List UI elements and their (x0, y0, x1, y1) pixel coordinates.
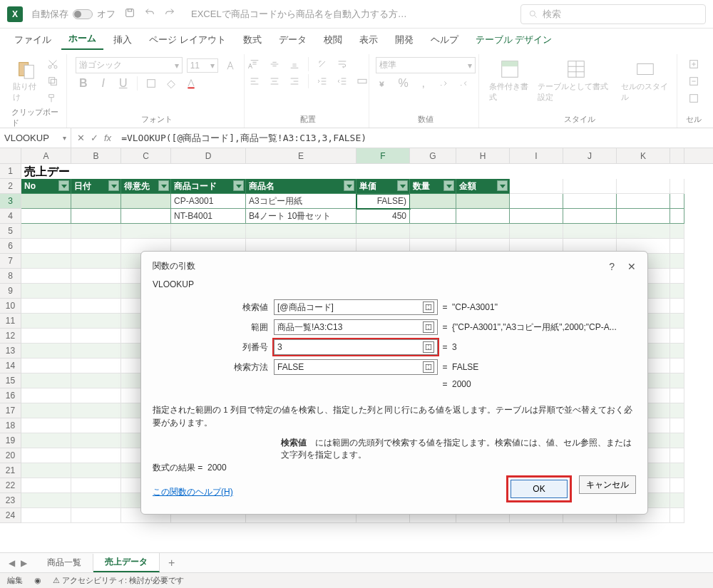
cell[interactable] (21, 388, 71, 403)
percent-icon[interactable]: % (396, 76, 411, 91)
cell[interactable] (71, 284, 121, 299)
arg-lookup-input[interactable]: [@商品コード] (274, 299, 438, 315)
ok-button[interactable]: OK (511, 480, 568, 498)
number-format-select[interactable]: 標準▾ (376, 57, 476, 73)
th-name[interactable]: 商品名 (246, 179, 356, 194)
font-name-select[interactable]: 游ゴシック▾ (76, 57, 183, 73)
cell[interactable] (71, 359, 121, 373)
fx-icon[interactable]: fx (104, 133, 111, 143)
copy-icon[interactable] (45, 74, 61, 88)
cell[interactable] (71, 433, 121, 448)
insert-cells-icon[interactable] (686, 57, 702, 71)
cell[interactable] (510, 224, 563, 239)
arg-match-input[interactable]: FALSE (274, 359, 438, 375)
cell[interactable] (71, 269, 121, 284)
cell[interactable]: B4ノート 10冊セット (246, 209, 356, 224)
tab-file[interactable]: ファイル (7, 30, 58, 50)
cell[interactable] (21, 373, 71, 388)
align-middle-icon[interactable] (267, 57, 282, 71)
sheet-next-icon[interactable]: ▶ (21, 558, 27, 568)
tab-data[interactable]: データ (272, 30, 314, 50)
range-ref-icon[interactable] (423, 321, 434, 333)
sheet-tab[interactable]: 商品一覧 (36, 554, 93, 572)
autosave-toggle[interactable]: 自動保存 オフ (31, 8, 116, 21)
orientation-icon[interactable] (314, 57, 330, 71)
col-header[interactable]: D (171, 148, 246, 163)
range-ref-icon[interactable] (423, 301, 434, 313)
cell[interactable] (71, 478, 121, 493)
cell[interactable] (71, 403, 121, 418)
cell[interactable] (71, 463, 121, 478)
cell[interactable] (71, 373, 121, 388)
filter-icon[interactable] (344, 180, 354, 191)
tab-developer[interactable]: 開発 (388, 30, 421, 50)
th-date[interactable]: 日付 (71, 179, 121, 194)
col-header[interactable]: G (410, 148, 456, 163)
cell[interactable] (71, 314, 121, 329)
cell[interactable] (71, 329, 121, 344)
arg-range-input[interactable]: 商品一覧!A3:C13 (274, 319, 438, 335)
cell[interactable] (670, 388, 684, 403)
cell[interactable] (670, 239, 684, 254)
function-help-link[interactable]: この関数のヘルプ(H) (153, 486, 233, 498)
tab-home[interactable]: ホーム (61, 29, 103, 50)
cell[interactable] (21, 448, 71, 463)
cancel-formula-icon[interactable]: ✕ (77, 133, 85, 143)
cell[interactable] (21, 508, 71, 523)
cell[interactable] (21, 224, 71, 239)
col-header[interactable] (670, 148, 684, 163)
macro-record-icon[interactable]: ◉ (34, 576, 41, 585)
wrap-text-icon[interactable] (334, 57, 350, 71)
tab-formulas[interactable]: 数式 (236, 30, 269, 50)
enter-formula-icon[interactable]: ✓ (91, 133, 98, 143)
name-box[interactable]: VLOOKUP▾ (0, 128, 71, 148)
align-left-icon[interactable] (247, 74, 262, 88)
search-box[interactable]: 検索 (520, 4, 706, 24)
cell[interactable] (670, 373, 684, 388)
filter-icon[interactable] (397, 180, 408, 191)
th-price[interactable]: 単価 (356, 179, 410, 194)
cell[interactable] (670, 344, 684, 359)
filter-icon[interactable] (58, 180, 69, 191)
cell[interactable] (246, 224, 356, 239)
bold-icon[interactable]: B (76, 76, 91, 91)
col-header[interactable]: K (617, 148, 670, 163)
currency-icon[interactable]: ¥ (376, 76, 391, 91)
cell[interactable] (71, 254, 121, 269)
cell-styles-button[interactable]: セルのスタイル (620, 57, 671, 104)
cell[interactable] (670, 463, 684, 478)
cell[interactable] (21, 284, 71, 299)
font-color-icon[interactable] (183, 76, 199, 91)
redo-icon[interactable] (164, 7, 175, 21)
range-ref-icon[interactable] (423, 361, 434, 373)
format-cells-icon[interactable] (686, 91, 702, 105)
cell[interactable] (670, 329, 684, 344)
tab-view[interactable]: 表示 (352, 30, 385, 50)
cell[interactable] (21, 299, 71, 314)
filter-icon[interactable] (497, 180, 508, 191)
cell[interactable] (670, 493, 684, 508)
cell[interactable] (71, 508, 121, 523)
cell[interactable] (71, 344, 121, 359)
cell[interactable] (410, 224, 456, 239)
align-right-icon[interactable] (287, 74, 302, 88)
close-icon[interactable]: ✕ (627, 261, 636, 272)
th-amount[interactable]: 金額 (456, 179, 510, 194)
table-format-button[interactable]: テーブルとして書式設定 (536, 57, 615, 104)
cell[interactable] (670, 403, 684, 418)
cell[interactable] (21, 478, 71, 493)
th-qty[interactable]: 数量 (410, 179, 456, 194)
help-icon[interactable]: ? (609, 261, 615, 272)
cell[interactable] (670, 478, 684, 493)
cell[interactable] (71, 224, 121, 239)
tab-insert[interactable]: 挿入 (106, 30, 139, 50)
cell[interactable] (21, 359, 71, 373)
tab-table-design[interactable]: テーブル デザイン (468, 30, 560, 50)
tab-layout[interactable]: ページ レイアウト (142, 30, 233, 50)
border-icon[interactable] (143, 76, 159, 91)
filter-icon[interactable] (233, 180, 244, 191)
cell[interactable] (171, 224, 246, 239)
cell[interactable] (21, 433, 71, 448)
cell[interactable] (617, 224, 670, 239)
underline-icon[interactable]: U (116, 76, 131, 91)
